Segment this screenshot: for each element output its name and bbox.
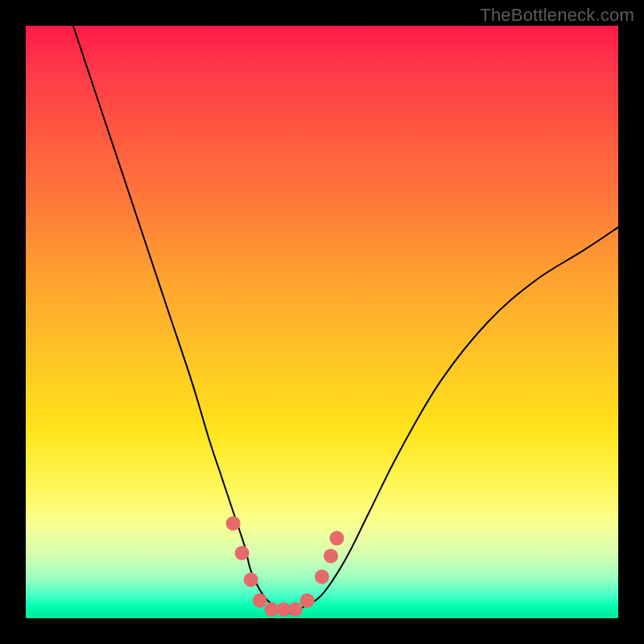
marker-dot — [315, 570, 329, 584]
marker-dot — [244, 572, 258, 587]
chart-frame: TheBottleneck.com — [0, 0, 644, 644]
marker-dot — [324, 549, 338, 564]
marker-dot — [288, 602, 303, 617]
marker-dot — [300, 593, 315, 608]
marker-dot — [253, 593, 267, 608]
marker-dot — [235, 546, 250, 560]
marker-dot — [226, 516, 241, 530]
bottleneck-curve — [73, 26, 618, 613]
marker-dot — [329, 531, 344, 546]
plot-area — [26, 26, 618, 618]
highlight-markers — [226, 516, 345, 617]
curve-svg — [26, 26, 618, 618]
watermark-text: TheBottleneck.com — [480, 5, 634, 26]
